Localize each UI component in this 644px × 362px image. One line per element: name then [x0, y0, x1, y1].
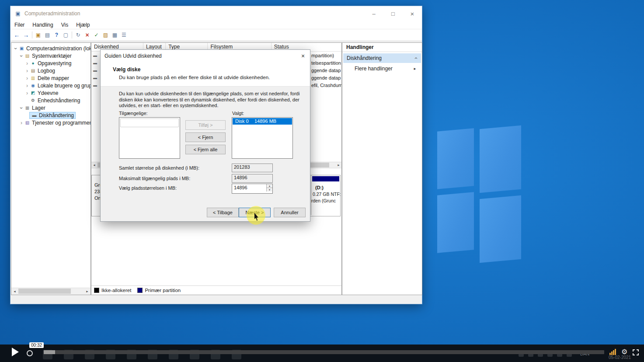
title-bar: ▣ Computeradministration – □ ×: [10, 6, 422, 21]
windows-logo-pane: [437, 192, 474, 253]
tree-item-services-applications[interactable]: › ▧ Tjenester og programmer: [11, 119, 91, 126]
services-icon: ▧: [24, 120, 31, 125]
delete-icon[interactable]: ×: [83, 31, 92, 39]
available-disks-listbox[interactable]: [119, 117, 180, 159]
storage-icon: ▦: [24, 105, 31, 110]
dialog-title-bar[interactable]: Guiden Udvid diskenhed ×: [101, 50, 310, 62]
tree-item-disk-management[interactable]: › ▬ Diskhåndtering: [11, 111, 91, 119]
tree-item-device-manager[interactable]: › ⚙ Enhedshåndtering: [11, 97, 91, 104]
tree-item-shared-folders[interactable]: › ▥ Delte mapper: [11, 74, 91, 82]
computer-icon: ▣: [18, 46, 25, 51]
fullscreen-icon[interactable]: [633, 349, 639, 355]
maximize-button[interactable]: □: [383, 6, 403, 21]
tree-item-event-viewer[interactable]: › ▤ Logbog: [11, 67, 91, 74]
properties-icon[interactable]: ▦: [110, 31, 119, 39]
tree-item-local-users-groups[interactable]: › ◉ Lokale brugere og grupper: [11, 82, 91, 89]
menu-hjaelp[interactable]: Hjælp: [72, 22, 94, 28]
tree-item-performance[interactable]: › ◩ Ydeevne: [11, 89, 91, 97]
selected-disk-item[interactable]: Disk 0 14896 MB: [233, 118, 292, 125]
actions-item-label: Diskhåndtering: [347, 55, 382, 61]
tools-icon: ▤: [24, 53, 31, 58]
window-title: Computeradministration: [24, 10, 364, 17]
progress-bar[interactable]: [44, 350, 604, 354]
scroll-right-icon[interactable]: ►: [336, 162, 341, 168]
settings-gear-icon[interactable]: ⚙: [621, 348, 627, 356]
windows-logo-pane: [480, 125, 521, 193]
tree-item-label: Computeradministration (lokal): [26, 45, 91, 52]
export-list-icon[interactable]: ▤: [43, 31, 52, 39]
scroll-right-icon[interactable]: ►: [84, 288, 91, 294]
back-button[interactable]: < Tilbage: [207, 208, 239, 217]
selected-disk-name: Disk 0: [235, 118, 249, 124]
show-window-icon[interactable]: ▢: [61, 31, 70, 39]
selected-disks-listbox[interactable]: Disk 0 14896 MB: [232, 117, 293, 159]
remove-button[interactable]: < Fjern: [185, 132, 226, 142]
add-button[interactable]: Tilføj >: [185, 120, 226, 130]
selected-disk-size: 14896 MB: [254, 118, 276, 124]
chevron-down-icon[interactable]: ›: [19, 53, 24, 59]
unallocated-color-swatch: [94, 288, 99, 293]
scroll-left-icon[interactable]: ◄: [11, 288, 18, 294]
play-button[interactable]: [12, 348, 19, 356]
scroll-left-icon[interactable]: ◄: [91, 162, 97, 168]
close-button[interactable]: ×: [403, 6, 422, 21]
chevron-down-icon[interactable]: ›: [19, 105, 24, 111]
tree-item-label: Delte mapper: [38, 75, 69, 81]
volume-bars-icon[interactable]: [609, 349, 616, 355]
chevron-right-icon[interactable]: ›: [24, 68, 30, 73]
check-disk-icon[interactable]: ✓: [92, 31, 101, 39]
chevron-down-icon[interactable]: ›: [13, 46, 18, 51]
scrollbar-thumb[interactable]: [18, 289, 71, 294]
toolbar-separator: [32, 31, 32, 38]
users-icon: ◉: [30, 83, 36, 88]
selected-tree-item[interactable]: ▬ Diskhåndtering: [30, 112, 75, 118]
shared-folder-icon: ▥: [30, 76, 36, 80]
loop-icon[interactable]: [27, 350, 33, 356]
tree-item-storage[interactable]: › ▦ Lager: [11, 104, 91, 111]
actions-header: Handlinger: [342, 43, 422, 52]
back-icon[interactable]: ←: [12, 31, 21, 39]
partition-letter: (D:): [315, 185, 324, 190]
forward-icon[interactable]: →: [21, 31, 31, 39]
chevron-right-icon[interactable]: ›: [19, 120, 24, 125]
chevron-right-icon[interactable]: ›: [24, 83, 30, 88]
performance-icon: ◩: [30, 90, 36, 95]
actions-item-disk-management[interactable]: Diskhåndtering ›: [343, 53, 421, 63]
spin-down-icon[interactable]: ▼: [267, 188, 272, 191]
total-size-label: Samlet størrelse på diskenhed (i MB):: [119, 165, 199, 171]
dialog-heading: Vælg diske: [113, 66, 140, 73]
menu-vis[interactable]: Vis: [57, 22, 72, 28]
chevron-right-icon[interactable]: ›: [24, 61, 30, 66]
list-view-icon[interactable]: ☰: [119, 31, 129, 39]
size-spinner-input[interactable]: 14896 ▲ ▼: [232, 184, 273, 194]
open-folder-icon[interactable]: ▨: [101, 31, 110, 39]
help-icon[interactable]: ?: [52, 31, 61, 39]
tree-item-task-scheduler[interactable]: › ● Opgavestyring: [11, 59, 91, 67]
spin-up-icon[interactable]: ▲: [267, 184, 272, 188]
dialog-title: Guiden Udvid diskenhed: [104, 53, 296, 59]
chevron-right-icon[interactable]: ›: [24, 90, 30, 96]
remove-all-button[interactable]: < Fjern alle: [185, 145, 226, 154]
size-value: 14896: [234, 185, 247, 190]
volume-icon: ▬: [93, 53, 97, 58]
show-console-tree-icon[interactable]: ▣: [34, 31, 43, 39]
partition-d[interactable]: (D:) 0.27 GB NTF: rden (Grunc: [311, 175, 340, 215]
tree-item-computer-management[interactable]: › ▣ Computeradministration (lokal): [11, 45, 91, 52]
arrow-right-icon: ►: [413, 67, 417, 71]
dialog-close-icon[interactable]: ×: [296, 50, 310, 62]
menu-handling[interactable]: Handling: [28, 22, 57, 28]
actions-item-more-actions[interactable]: Flere handlinger ►: [343, 65, 421, 73]
refresh-icon[interactable]: ↻: [73, 31, 83, 39]
tree-horizontal-scrollbar[interactable]: ◄ ►: [11, 288, 91, 295]
time-indicator: 00:32: [29, 342, 44, 348]
chevron-right-icon[interactable]: ›: [24, 76, 30, 81]
dialog-subheading: Du kan bruge plads på en eller flere dis…: [119, 75, 270, 80]
tree-item-system-tools[interactable]: › ▤ Systemværktøjer: [11, 52, 91, 59]
chevron-up-icon[interactable]: ›: [413, 57, 419, 59]
cancel-button[interactable]: Annuller: [274, 208, 306, 217]
selected-label: Valgt:: [232, 111, 244, 116]
menu-filer[interactable]: Filer: [10, 22, 28, 28]
spinner-buttons[interactable]: ▲ ▼: [266, 184, 272, 191]
minimize-button[interactable]: –: [364, 6, 383, 21]
legend-bar: Ikke-allokeret Primær partition: [91, 285, 341, 295]
